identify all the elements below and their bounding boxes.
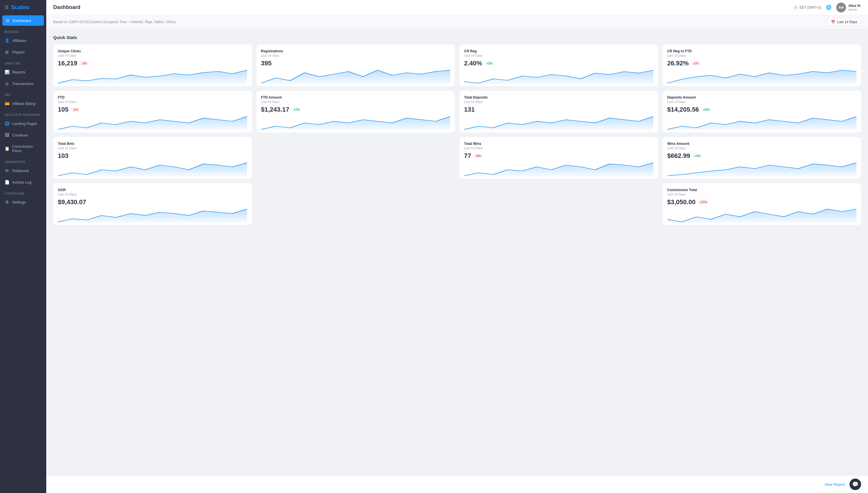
section-affiliate-program: AFFILIATE PROGRAM — [0, 109, 46, 118]
stat-badge-ftd: -1% — [71, 107, 80, 112]
sidebar-item-affiliates[interactable]: 👤 Affiliates — [0, 35, 46, 46]
mini-chart-unique-clicks — [58, 69, 247, 84]
stat-card-wins-amount: Wins Amount Last 14 Days $662.99 +4% — [663, 137, 861, 179]
commission-icon: 📋 — [5, 146, 9, 151]
stat-label-wins-amount: Wins Amount — [667, 142, 857, 146]
stat-value-cr-reg: 2.40% — [464, 60, 482, 67]
stat-value-wins-amount: $662.99 — [667, 152, 691, 159]
svg-marker-7 — [667, 116, 857, 130]
stat-badge-wins-amount: +4% — [693, 153, 702, 158]
stat-period-ftd: Last 14 Days — [58, 100, 247, 104]
stat-label-total-bets: Total Bets — [58, 142, 247, 146]
svg-marker-11 — [58, 209, 247, 223]
stat-badge-ftd-amount: +7% — [291, 107, 301, 112]
sidebar-item-commission-plans[interactable]: 📋 Commission Plans — [0, 141, 46, 156]
stat-label-commission-total: Commission Total — [667, 188, 857, 192]
players-icon: ⊞ — [5, 50, 9, 55]
sidebar-item-players[interactable]: ⊞ Players — [0, 46, 46, 58]
page-title: Dashboard — [53, 4, 80, 10]
stat-label-registrations: Registrations — [261, 49, 451, 53]
sidebar: ☰ Scaleo ⊟ Dashboard MANAGE 👤 Affiliates… — [0, 0, 46, 493]
stat-period-total-bets: Last 14 Days — [58, 146, 247, 150]
stat-card-total-bets: Total Bets Last 14 Days 103 — [53, 137, 252, 179]
svg-marker-5 — [261, 116, 451, 130]
stat-period-wins-amount: Last 14 Days — [667, 146, 857, 150]
sidebar-item-settings-label: Settings — [12, 200, 26, 205]
billing-icon: 💳 — [5, 101, 9, 106]
sidebar-item-creatives[interactable]: 🖼 Creatives — [0, 129, 46, 141]
stat-label-ftd-amount: FTD Amount — [261, 95, 451, 100]
date-range-button[interactable]: 📅 Last 14 Days — [827, 18, 861, 26]
stat-card-ftd-amount: FTD Amount Last 14 Days $1,243.17 +7% — [257, 91, 455, 132]
stat-label-unique-clicks: Unique Clicks — [58, 49, 247, 53]
svg-marker-6 — [464, 116, 653, 130]
timezone-info: 🕐 EET (GMT+2) — [794, 5, 821, 9]
svg-marker-10 — [667, 163, 857, 176]
stat-label-ftd: FTD — [58, 95, 247, 100]
reports-icon: 📊 — [5, 70, 9, 74]
stat-label-cr-reg-ftd: CR Reg to FTD — [667, 49, 857, 53]
settings-icon: ⚙ — [5, 200, 9, 205]
chat-icon: 💬 — [852, 481, 859, 488]
mini-chart-ggr — [58, 208, 247, 223]
sidebar-item-outbound[interactable]: ✉ Outbound — [0, 165, 46, 176]
landing-pages-icon: 🌐 — [5, 121, 9, 126]
stat-period-registrations: Last 14 Days — [261, 54, 451, 57]
stat-period-cr-reg: Last 14 Days — [464, 54, 653, 57]
timezone-text: EET (GMT+2) — [800, 5, 821, 9]
mini-chart-total-bets — [58, 162, 247, 176]
sidebar-item-affiliates-label: Affiliates — [12, 39, 26, 43]
sidebar-item-activity-log[interactable]: 📄 Activity Log — [0, 176, 46, 188]
stat-card-cr-reg: CR Reg Last 14 Days 2.40% +3% — [459, 45, 658, 86]
stat-card-commission-total: Commission Total Last 14 Days $3,050.00 … — [663, 183, 861, 225]
mini-chart-cr-reg — [464, 69, 653, 84]
stat-period-total-wins: Last 14 Days — [464, 146, 653, 150]
sidebar-item-transactions[interactable]: ◎ Transactions — [0, 78, 46, 89]
stat-period-ftd-amount: Last 14 Days — [261, 100, 451, 104]
view-report-link[interactable]: View Report — [824, 482, 845, 487]
section-manage: MANAGE — [0, 26, 46, 35]
activity-log-icon: 📄 — [5, 180, 9, 185]
stat-badge-deposits-amount: +5% — [701, 107, 711, 112]
quick-stats-title: Quick Stats — [53, 35, 861, 40]
chat-button[interactable]: 💬 — [849, 478, 861, 490]
sidebar-item-settings[interactable]: ⚙ Settings — [0, 196, 46, 208]
stat-period-deposits-amount: Last 14 Days — [667, 100, 857, 104]
sidebar-item-dashboard[interactable]: ⊟ Dashboard — [2, 15, 44, 26]
transactions-icon: ◎ — [5, 81, 9, 86]
stat-badge-cr-reg-ftd: -1% — [691, 61, 700, 66]
bottom-bar: View Report 💬 — [46, 475, 868, 493]
app-logo: Scaleo — [11, 4, 29, 11]
section-configure: CONFIGURE — [0, 188, 46, 196]
sidebar-item-landing-pages-label: Landing Pages — [12, 122, 37, 126]
stat-period-unique-clicks: Last 14 Days — [58, 54, 247, 57]
stat-value-registrations: 395 — [261, 60, 272, 67]
mini-chart-ftd — [58, 115, 247, 130]
main-content: Dashboard 🕐 EET (GMT+2) 🌐 AH Alex H. Adm… — [46, 0, 868, 493]
stat-card-registrations: Registrations Last 14 Days 395 — [257, 45, 455, 86]
user-name: Alex H. — [848, 3, 861, 8]
sub-header: Based on (GMT+02:00) Eastern European Ti… — [46, 15, 868, 29]
affiliates-icon: 👤 — [5, 38, 9, 43]
sidebar-item-affiliate-billing[interactable]: 💳 Affiliate Billing — [0, 98, 46, 109]
sidebar-item-landing-pages[interactable]: 🌐 Landing Pages — [0, 118, 46, 129]
hamburger-icon[interactable]: ☰ — [5, 5, 9, 10]
svg-marker-2 — [464, 70, 653, 84]
logo-area[interactable]: ☰ Scaleo — [0, 0, 46, 15]
sidebar-item-reports[interactable]: 📊 Reports — [0, 66, 46, 78]
mini-chart-wins-amount — [667, 162, 857, 176]
stat-period-cr-reg-ftd: Last 14 Days — [667, 54, 857, 57]
stat-label-deposits-amount: Deposits Amount — [667, 95, 857, 100]
stat-card-total-wins: Total Wins Last 14 Days 77 -4% — [459, 137, 658, 179]
stat-card-unique-clicks: Unique Clicks Last 14 Days 16,219 -3% — [53, 45, 252, 86]
sidebar-item-creatives-label: Creatives — [12, 133, 28, 137]
section-administer: ADMINISTER — [0, 156, 46, 165]
timezone-subtitle: Based on (GMT+02:00) Eastern European Ti… — [53, 20, 176, 24]
stat-value-total-wins: 77 — [464, 152, 471, 159]
user-info: AH Alex H. Admin — [836, 3, 861, 13]
stat-label-total-deposits: Total Deposits — [464, 95, 653, 100]
sidebar-item-dashboard-label: Dashboard — [13, 19, 31, 23]
svg-marker-4 — [58, 116, 247, 130]
globe-icon[interactable]: 🌐 — [826, 5, 831, 10]
mini-chart-commission-total — [667, 208, 857, 223]
